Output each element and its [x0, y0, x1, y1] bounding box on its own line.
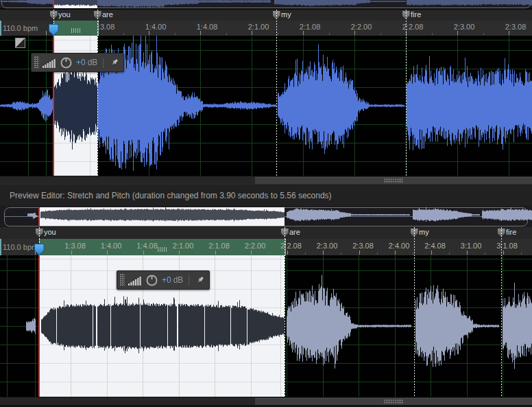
ruler-tick: [305, 253, 306, 255]
fade-corner-icon[interactable]: [15, 38, 25, 48]
gain-value: +0: [162, 275, 171, 285]
marker-bar-bottom[interactable]: youaremyfire: [0, 227, 532, 240]
ruler-tick: [278, 33, 278, 35]
ruler-tick: [89, 253, 90, 255]
ruler-tick: [483, 33, 484, 35]
pin-icon[interactable]: [109, 58, 119, 68]
ruler-tick: [233, 253, 234, 255]
ruler-label: 2:3.00: [317, 242, 338, 250]
ruler-label: 2:3.08: [352, 242, 374, 250]
ruler-tick: [303, 31, 304, 35]
status-bar: Preview Editor: Stretch and Pitch (durat…: [0, 184, 532, 207]
bpm-label: 110.0 bpm: [0, 239, 38, 255]
ruler-tick: [431, 251, 432, 255]
timeline-ruler-top[interactable]: 110.0 bpm 1:3.081:4.001:4.082:1.002:1.08…: [0, 21, 532, 36]
ruler-tick: [457, 31, 458, 35]
ruler-label: 2:1.00: [248, 23, 269, 31]
ruler-tick: [503, 251, 504, 255]
gain-knob-icon[interactable]: [145, 274, 158, 287]
ruler-tick: [123, 33, 124, 35]
overview-waveform-canvas: [0, 206, 532, 227]
edit-cursor-line: [38, 255, 40, 397]
ruler-tick: [215, 251, 216, 255]
ruler-label: 2:1.08: [208, 242, 230, 250]
scrollbar-grip-dots: [384, 399, 403, 404]
marker-label: my: [419, 228, 429, 236]
ruler-label: 2:3.00: [454, 23, 475, 31]
waveform-area-top[interactable]: +0 dB: [0, 36, 532, 176]
marker-bar-top[interactable]: youaremyfire: [0, 10, 532, 21]
gain-unit: dB: [88, 58, 98, 67]
drag-grip-icon[interactable]: [34, 56, 39, 69]
level-meter-icon: [43, 58, 56, 68]
waveform-area-bottom[interactable]: +0 dB: [0, 255, 532, 397]
ruler-label: 2:1.00: [173, 242, 194, 250]
ruler-label: 2:4.00: [389, 242, 410, 250]
ruler-tick: [341, 253, 341, 255]
ruler-label: 1:4.00: [145, 23, 167, 31]
ruler-label: 2:4.08: [424, 242, 446, 250]
ruler-tick: [449, 253, 450, 255]
ruler-label: 2:2.00: [245, 242, 266, 250]
ruler-label: 2:3.08: [505, 23, 527, 31]
marker-label: fire: [506, 228, 516, 236]
preview-editor-window: youaremyfire 110.0 bpm 1:3.081:4.001:4.0…: [0, 0, 532, 407]
ruler-label: 1:4.08: [197, 23, 218, 31]
ruler-tick: [71, 251, 72, 255]
ruler-tick: [149, 31, 149, 35]
ruler-tick: [72, 33, 73, 35]
marker-line: [97, 10, 98, 176]
gain-unit: dB: [173, 275, 184, 285]
ruler-tick: [226, 33, 227, 35]
gain-overlay[interactable]: +0 dB: [31, 53, 124, 72]
ruler-label: 3:1.00: [461, 242, 482, 250]
ruler-tick: [143, 251, 144, 255]
marker-line: [276, 10, 277, 176]
ruler-tick: [509, 31, 509, 35]
selection-grip-icon[interactable]: [158, 247, 167, 252]
ruler-tick: [175, 33, 176, 35]
marker-label: you: [58, 10, 71, 19]
ruler-tick: [161, 253, 162, 255]
ruler-tick: [252, 31, 252, 35]
waveform-canvas: [0, 255, 532, 397]
ruler-tick: [251, 251, 252, 255]
gain-overlay[interactable]: +0 dB: [117, 270, 210, 290]
ruler-tick: [197, 253, 197, 255]
ruler-tick: [53, 253, 53, 255]
marker-label: my: [281, 10, 291, 19]
ruler-tick: [107, 251, 108, 255]
marker-label: fire: [411, 10, 421, 19]
bpm-label: 110.0 bpm: [0, 21, 45, 36]
ruler-tick: [287, 251, 288, 255]
ruler-selection[interactable]: [53, 21, 99, 36]
ruler-tick: [329, 33, 330, 35]
overview-bar-bottom[interactable]: [0, 206, 532, 227]
ruler-label: 2:2.08: [280, 242, 302, 250]
status-text: Preview Editor: Stretch and Pitch (durat…: [10, 191, 332, 200]
edit-cursor-line: [38, 207, 40, 226]
ruler-label: 2:1.08: [300, 23, 321, 31]
ruler-tick: [359, 251, 360, 255]
ruler-tick: [467, 251, 468, 255]
gain-knob-icon[interactable]: [60, 56, 73, 69]
divider: [189, 275, 189, 286]
ruler-label: 2:2.00: [351, 23, 372, 31]
marker-line: [501, 227, 502, 397]
ruler-tick: [377, 253, 378, 255]
ruler-tick: [125, 253, 125, 255]
marker-label: are: [102, 10, 113, 19]
ruler-tick: [521, 253, 522, 255]
ruler-tick: [46, 31, 47, 35]
pin-icon[interactable]: [195, 275, 205, 286]
marker-line: [414, 227, 415, 397]
gain-value: +0: [76, 58, 86, 67]
ruler-label: 1:3.08: [64, 242, 86, 250]
drag-grip-icon[interactable]: [120, 274, 125, 286]
overview-bar-top[interactable]: [0, 0, 532, 8]
marker-label: you: [44, 228, 56, 236]
selection-grip-icon[interactable]: [71, 28, 81, 33]
ruler-tick: [395, 251, 396, 255]
ruler-tick: [179, 251, 180, 255]
timeline-ruler-bottom[interactable]: 110.0 bpm 1:3.081:4.001:4.082:1.002:1.08…: [0, 239, 532, 256]
